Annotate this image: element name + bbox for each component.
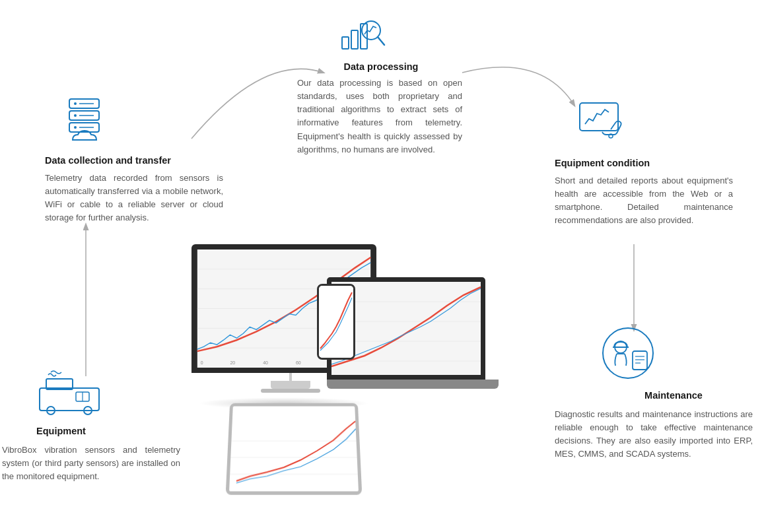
laptop-base xyxy=(327,380,499,389)
data-processing-body: Our data processing is based on open sta… xyxy=(297,77,462,156)
phone xyxy=(317,284,357,360)
svg-point-10 xyxy=(74,126,77,129)
data-collection-icon xyxy=(59,92,112,148)
monitor-foot xyxy=(261,389,320,393)
equipment-body: VibroBox vibration sensors and telemetry… xyxy=(2,444,180,483)
svg-text:40: 40 xyxy=(263,360,268,365)
equipment-condition-body: Short and detailed reports about equipme… xyxy=(555,174,733,228)
svg-line-4 xyxy=(378,37,384,45)
equipment-icon xyxy=(36,370,102,418)
monitor-stand xyxy=(289,373,292,381)
data-collection-body: Telemetry data recorded from sensors is … xyxy=(45,172,223,225)
maintenance-body: Diagnostic results and maintenance instr… xyxy=(555,408,753,461)
devices-area: 0 20 40 60 80 100 xyxy=(185,244,508,502)
tablet xyxy=(226,403,363,495)
equipment-condition-title: Equipment condition xyxy=(555,156,733,176)
svg-point-8 xyxy=(74,102,77,105)
maintenance-icon xyxy=(601,326,655,383)
svg-rect-48 xyxy=(229,407,359,492)
svg-rect-0 xyxy=(342,37,349,49)
svg-point-9 xyxy=(74,114,77,117)
svg-point-22 xyxy=(603,328,653,378)
page-container: Data processing Our data processing is b… xyxy=(0,0,764,532)
maintenance-title: Maintenance xyxy=(591,388,756,408)
svg-text:0: 0 xyxy=(201,360,203,365)
svg-text:60: 60 xyxy=(296,360,301,365)
tablet-screen xyxy=(229,407,359,492)
phone-screen xyxy=(319,286,353,358)
equipment-title: Equipment xyxy=(36,424,182,444)
svg-rect-26 xyxy=(633,351,647,370)
data-processing-icon xyxy=(337,12,386,59)
tablet-body xyxy=(226,403,363,495)
equipment-condition-icon xyxy=(574,98,627,150)
svg-text:20: 20 xyxy=(230,360,235,365)
phone-body xyxy=(317,284,355,360)
monitor-base xyxy=(271,381,310,389)
svg-rect-1 xyxy=(351,30,358,49)
data-collection-title: Data collection and transfer xyxy=(45,153,223,173)
